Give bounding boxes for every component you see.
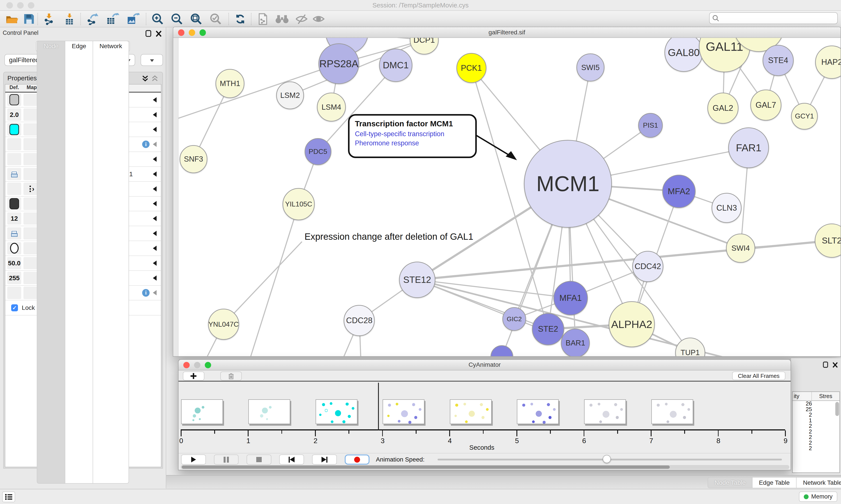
network-node-gal7[interactable]: GAL7 xyxy=(750,90,782,121)
record-button[interactable] xyxy=(345,454,370,465)
close-panel-icon[interactable] xyxy=(833,361,838,368)
hide-eye-icon[interactable] xyxy=(293,12,310,25)
frame-thumbnail-4[interactable] xyxy=(382,399,425,424)
open-folder-icon[interactable] xyxy=(3,12,20,25)
table-scrollbar[interactable] xyxy=(835,402,839,416)
network-node-swi5[interactable]: SWI5 xyxy=(576,53,604,81)
float-panel-icon[interactable] xyxy=(823,361,828,368)
tab-edge[interactable]: Edge xyxy=(65,41,93,484)
copy-network-icon[interactable] xyxy=(254,12,271,25)
frame-thumbnail-2[interactable] xyxy=(248,399,290,424)
playhead[interactable] xyxy=(378,383,379,430)
export-image-icon[interactable] xyxy=(124,12,142,25)
zoom-selected-icon[interactable] xyxy=(207,12,224,25)
refresh-layout-icon[interactable] xyxy=(232,12,249,25)
close-panel-icon[interactable] xyxy=(156,30,162,37)
network-node-ynl047c[interactable]: YNL047C xyxy=(208,309,239,340)
timeline[interactable]: 0123456789 Seconds xyxy=(179,383,791,453)
frame-thumbnail-6[interactable] xyxy=(517,399,559,424)
network-node-gcy1[interactable]: GCY1 xyxy=(791,103,818,130)
export-network-icon[interactable] xyxy=(84,12,101,25)
network-node-cdc42[interactable]: CDC42 xyxy=(632,251,663,282)
skip-end-icon xyxy=(322,457,326,463)
import-network-icon[interactable] xyxy=(41,12,58,25)
canvas-text-annotation[interactable]: Expression change after deletion of GAL1 xyxy=(305,231,473,242)
add-frame-button[interactable] xyxy=(183,372,204,381)
ruler-tick xyxy=(651,430,651,436)
tab-node-table[interactable]: Node Table xyxy=(708,477,752,488)
zoom-in-icon[interactable] xyxy=(149,12,166,25)
import-table-icon[interactable] xyxy=(61,12,78,25)
network-node-cln3[interactable]: CLN3 xyxy=(712,193,741,223)
table-column-stres[interactable]: Stres xyxy=(812,392,839,401)
network-node-pdc5[interactable]: PDC5 xyxy=(305,138,332,165)
network-node-dmc1[interactable]: DMC1 xyxy=(379,49,412,82)
toolbar-separator xyxy=(229,13,229,25)
frame-thumbnail-3[interactable] xyxy=(316,399,357,424)
find-binoculars-icon[interactable] xyxy=(273,12,291,25)
show-eye-icon[interactable] xyxy=(310,12,327,25)
ruler-tick xyxy=(248,430,249,436)
network-node-lsm2[interactable]: LSM2 xyxy=(276,82,304,109)
delete-frame-button[interactable] xyxy=(220,372,242,381)
frame-thumbnail-5[interactable] xyxy=(450,399,492,424)
show-panels-button[interactable] xyxy=(2,491,15,502)
network-node-mfa1[interactable]: MFA1 xyxy=(553,281,588,315)
search-input[interactable] xyxy=(719,15,826,22)
ruler-tick xyxy=(315,430,316,436)
tab-network[interactable]: Network xyxy=(93,41,129,484)
network-canvas[interactable]: Transcription factor MCM1 Cell-type-spec… xyxy=(173,38,841,356)
tab-edge-table[interactable]: Edge Table xyxy=(752,477,796,488)
network-node-ste2[interactable]: STE2 xyxy=(532,313,564,345)
annotation-box[interactable]: Transcription factor MCM1 Cell-type-spec… xyxy=(348,114,477,158)
tab-node[interactable]: Node xyxy=(37,41,65,484)
control-panel: Control Panel NetworkStyleSelect galFilt… xyxy=(0,28,166,488)
timeline-scrollbar[interactable] xyxy=(181,465,789,469)
network-node-far1[interactable]: FAR1 xyxy=(728,127,769,168)
network-node-bar1[interactable]: BAR1 xyxy=(561,329,590,356)
skip-to-end-button[interactable] xyxy=(312,454,337,465)
node-table-grid[interactable]: ityStres 26252122222 xyxy=(792,392,840,473)
search-field[interactable] xyxy=(709,12,838,24)
export-table-icon[interactable] xyxy=(104,12,121,25)
network-node-rps28a[interactable]: RPS28A xyxy=(319,43,359,84)
frame-thumbnail-7[interactable] xyxy=(584,399,626,424)
skip-to-start-button[interactable] xyxy=(279,454,304,465)
network-node-alpha2[interactable]: ALPHA2 xyxy=(609,301,655,347)
cyanimator-titlebar[interactable]: CyAnimator xyxy=(179,360,791,371)
network-node-gic2[interactable]: GIC2 xyxy=(502,307,526,331)
network-node-pck1[interactable]: PCK1 xyxy=(457,53,486,83)
network-node-gal2[interactable]: GAL2 xyxy=(708,93,738,124)
network-node-yil105c[interactable]: YIL105C xyxy=(283,188,315,220)
float-panel-icon[interactable] xyxy=(145,30,151,37)
table-column-ity[interactable]: ity xyxy=(793,392,812,401)
stop-button[interactable] xyxy=(247,454,271,465)
network-node-snf3[interactable]: SNF3 xyxy=(180,145,208,173)
network-node-ste12[interactable]: STE12 xyxy=(399,262,435,298)
table-tab-strip: Node TableEdge TableNetwork Table xyxy=(166,475,841,489)
play-button[interactable] xyxy=(181,454,206,465)
network-node-ste4[interactable]: STE4 xyxy=(763,45,794,76)
speed-slider-thumb[interactable] xyxy=(603,455,611,463)
pause-button[interactable] xyxy=(214,454,239,465)
tab-network-table[interactable]: Network Table xyxy=(796,477,841,488)
zoom-out-icon[interactable] xyxy=(168,12,185,25)
network-node-mcm1[interactable]: MCM1 xyxy=(524,140,612,228)
network-node-pis1[interactable]: PIS1 xyxy=(638,113,663,138)
network-node-swi4[interactable]: SWI4 xyxy=(726,234,755,263)
network-node-cdc28[interactable]: CDC28 xyxy=(344,305,375,336)
network-window-titlebar[interactable]: galFiltered.sif xyxy=(173,27,841,38)
annotation-link-1[interactable]: Cell-type-specific transcription xyxy=(355,130,470,138)
zoom-fit-icon[interactable] xyxy=(188,12,205,25)
ruler-tick xyxy=(718,430,719,436)
clear-all-frames-button[interactable]: Clear All Frames xyxy=(732,372,785,380)
frame-thumbnail-8[interactable] xyxy=(651,399,693,424)
network-node-mfa2[interactable]: MFA2 xyxy=(662,175,696,208)
save-icon[interactable] xyxy=(20,12,37,25)
frame-thumbnail-1[interactable] xyxy=(181,399,223,424)
network-node-lsm4[interactable]: LSM4 xyxy=(317,93,346,122)
network-node-mth1[interactable]: MTH1 xyxy=(215,69,245,98)
annotation-link-2[interactable]: Pheromone response xyxy=(355,139,470,147)
plus-icon xyxy=(191,373,196,379)
memory-button[interactable]: Memory xyxy=(799,491,837,502)
